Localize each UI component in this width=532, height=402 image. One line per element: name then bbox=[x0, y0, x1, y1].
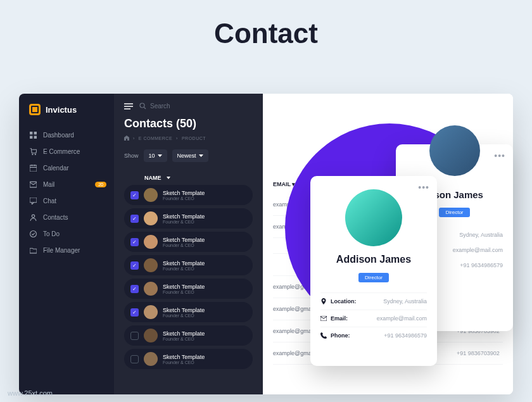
nav-label: Mail bbox=[43, 181, 54, 188]
checkbox[interactable]: ✓ bbox=[130, 215, 139, 223]
location-label: Location: bbox=[320, 298, 357, 305]
row-name: Sketch Template bbox=[163, 237, 205, 243]
chevron-down-icon bbox=[158, 154, 162, 157]
svg-point-11 bbox=[140, 103, 144, 108]
filters: Show 10 Newest bbox=[124, 149, 253, 162]
row-name: Sketch Template bbox=[163, 284, 205, 290]
sidebar-item-dashboard[interactable]: Dashboard bbox=[19, 127, 114, 143]
cart-icon bbox=[29, 148, 37, 155]
folder-icon bbox=[29, 246, 37, 254]
checkbox[interactable]: ✓ bbox=[130, 308, 139, 317]
location-icon bbox=[320, 298, 327, 305]
row-name: Sketch Template bbox=[163, 190, 205, 196]
breadcrumb-sep: › bbox=[133, 136, 135, 141]
sort-select[interactable]: Newest bbox=[172, 149, 208, 162]
svg-rect-2 bbox=[30, 135, 32, 138]
contact-row[interactable]: Sketch TemplateFounder & CEO bbox=[124, 325, 253, 346]
avatar bbox=[345, 189, 402, 246]
logo-icon bbox=[29, 104, 41, 115]
nav-label: File Manager bbox=[43, 247, 80, 254]
mail-icon bbox=[320, 316, 327, 321]
sort-icon bbox=[167, 177, 170, 179]
svg-rect-0 bbox=[30, 132, 32, 134]
svg-point-5 bbox=[34, 153, 35, 154]
sidebar-item-file-manager[interactable]: File Manager bbox=[19, 242, 114, 258]
row-name: Sketch Template bbox=[163, 260, 205, 267]
breadcrumb-item[interactable]: E COMMERCE bbox=[139, 136, 172, 141]
location-value: Sydney, Australia bbox=[383, 298, 427, 305]
nav-label: To Do bbox=[43, 230, 60, 237]
phone-icon bbox=[320, 332, 327, 339]
checkbox[interactable]: ✓ bbox=[130, 238, 139, 246]
search-placeholder: Search bbox=[150, 103, 170, 110]
badge: 20 bbox=[95, 182, 106, 187]
contact-row[interactable]: ✓Sketch TemplateFounder & CEO bbox=[124, 185, 253, 205]
contact-row[interactable]: Sketch TemplateFounder & CEO bbox=[124, 349, 253, 369]
row-name: Sketch Template bbox=[163, 213, 205, 220]
avatar bbox=[144, 188, 158, 202]
avatar bbox=[144, 282, 158, 296]
sidebar-item-to-do[interactable]: To Do bbox=[19, 225, 114, 242]
row-role: Founder & CEO bbox=[163, 313, 205, 318]
sidebar-item-chat[interactable]: Chat bbox=[19, 192, 114, 209]
avatar bbox=[144, 329, 158, 342]
checkbox[interactable] bbox=[130, 355, 139, 363]
search-input[interactable]: Search bbox=[139, 103, 170, 110]
column-header-email[interactable]: EMAIL ▾ bbox=[273, 181, 295, 187]
breadcrumb-sep: › bbox=[176, 136, 178, 141]
nav-label: Calendar bbox=[43, 165, 69, 172]
page-title: Contacts (50) bbox=[124, 117, 253, 130]
svg-point-4 bbox=[32, 153, 33, 154]
contact-row[interactable]: ✓Sketch TemplateFounder & CEO bbox=[124, 232, 253, 252]
toolbar: Search bbox=[124, 103, 253, 110]
logo[interactable]: Invictus bbox=[19, 104, 114, 127]
phone-cell: +91 9836703902 bbox=[457, 350, 500, 356]
check-icon bbox=[29, 230, 37, 237]
count-select[interactable]: 10 bbox=[144, 149, 167, 162]
mail-icon bbox=[29, 180, 37, 188]
contact-card-front: ••• Addison James Director Location: Syd… bbox=[310, 176, 437, 366]
contact-row[interactable]: ✓Sketch TemplateFounder & CEO bbox=[124, 255, 253, 275]
row-role: Founder & CEO bbox=[163, 290, 205, 294]
grid-icon bbox=[29, 131, 37, 139]
menu-icon[interactable] bbox=[124, 103, 133, 110]
contact-row[interactable]: ✓Sketch TemplateFounder & CEO bbox=[124, 208, 253, 229]
email-value: example@mail.com bbox=[377, 315, 427, 322]
more-icon[interactable]: ••• bbox=[418, 182, 429, 192]
sidebar-item-calendar[interactable]: Calendar bbox=[19, 160, 114, 176]
watermark: www.25xt.com bbox=[8, 389, 53, 397]
avatar bbox=[144, 305, 158, 319]
hero-title: Contact bbox=[0, 0, 532, 49]
column-header-name[interactable]: NAME bbox=[124, 171, 253, 185]
sidebar-item-mail[interactable]: Mail20 bbox=[19, 176, 114, 192]
chat-icon bbox=[29, 197, 37, 204]
checkbox[interactable]: ✓ bbox=[130, 191, 139, 199]
nav-label: Contacts bbox=[43, 214, 68, 221]
chevron-down-icon bbox=[199, 154, 203, 157]
sidebar-item-contacts[interactable]: Contacts bbox=[19, 209, 114, 225]
email-label: Email: bbox=[320, 315, 348, 322]
nav-label: Chat bbox=[43, 198, 56, 204]
row-name: Sketch Template bbox=[163, 330, 205, 337]
sidebar-item-e-commerce[interactable]: E Commerce bbox=[19, 143, 114, 160]
row-role: Founder & CEO bbox=[163, 360, 205, 365]
brand-name: Invictus bbox=[46, 105, 77, 115]
svg-point-10 bbox=[30, 230, 36, 237]
contact-row[interactable]: ✓Sketch TemplateFounder & CEO bbox=[124, 279, 253, 299]
search-icon bbox=[139, 103, 146, 110]
more-icon[interactable]: ••• bbox=[494, 151, 505, 161]
checkbox[interactable] bbox=[130, 332, 139, 340]
role-badge: Director bbox=[439, 208, 469, 217]
breadcrumb-item[interactable]: PRODUCT bbox=[182, 136, 206, 141]
nav-label: Dashboard bbox=[43, 132, 74, 139]
phone-value: +91 9634986579 bbox=[460, 262, 503, 268]
svg-point-9 bbox=[32, 215, 34, 217]
home-icon bbox=[124, 135, 129, 141]
checkbox[interactable]: ✓ bbox=[130, 285, 139, 293]
calendar-icon bbox=[29, 164, 37, 172]
row-role: Founder & CEO bbox=[163, 337, 205, 341]
contact-row[interactable]: ✓Sketch TemplateFounder & CEO bbox=[124, 302, 253, 322]
checkbox[interactable]: ✓ bbox=[130, 261, 139, 270]
nav-label: E Commerce bbox=[43, 148, 80, 155]
contact-name: Addison James bbox=[320, 254, 427, 265]
